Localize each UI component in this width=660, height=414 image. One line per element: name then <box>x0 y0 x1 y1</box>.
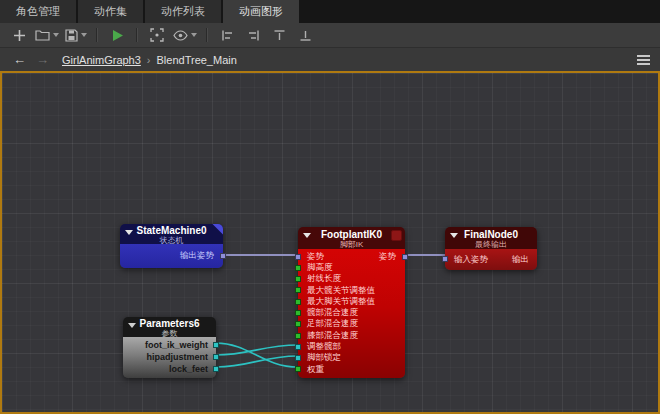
footplantik-input-row: 射线长度 <box>298 274 405 285</box>
play-button[interactable] <box>107 25 127 45</box>
footplantik-input-row: 最大脚关节调整值 <box>298 296 405 307</box>
input-label: 调整髋部 <box>307 341 341 353</box>
node-title: FootplantIK0 <box>298 229 405 240</box>
open-folder-caret-icon <box>53 33 59 37</box>
footplantik-input-row: 膝部混合速度 <box>298 330 405 341</box>
output-pose-pin[interactable] <box>220 253 226 259</box>
input-label: 射线长度 <box>307 273 341 285</box>
collapse-triangle-icon[interactable] <box>125 230 133 235</box>
tab-3[interactable]: 动作列表 <box>145 0 221 23</box>
tab-bar: 角色管理动作集动作列表动画图形 <box>0 0 660 23</box>
input-pin-cyan[interactable] <box>295 355 301 361</box>
align-top-button[interactable] <box>269 25 289 45</box>
align-left-button[interactable] <box>217 25 237 45</box>
node-title: FinalNode0 <box>445 229 537 240</box>
wire-footikweight-to-weight <box>216 343 298 367</box>
parameter-output-row: foot_ik_weight <box>123 339 216 351</box>
input-label: 足部混合速度 <box>307 318 358 330</box>
tab-1[interactable]: 角色管理 <box>0 0 76 23</box>
footplantik-input-row: 最大髋关节调整值 <box>298 285 405 296</box>
input-pin-green[interactable] <box>295 310 301 316</box>
node-finalnode0[interactable]: FinalNode0 最终输出 输入姿势 输出 <box>445 227 537 270</box>
input-label: 髋部混合速度 <box>307 307 358 319</box>
toolbar-separator <box>136 28 138 42</box>
graph-canvas[interactable]: StateMachine0 状态机 输出姿势 FootplantIK0 脚部IK… <box>0 71 660 414</box>
input-label: 最大脚关节调整值 <box>307 296 375 308</box>
nav-forward-button[interactable]: → <box>36 52 49 67</box>
save-button[interactable] <box>65 25 87 45</box>
node-title: Parameters6 <box>123 318 216 329</box>
input-pin-green[interactable] <box>295 321 301 327</box>
parameter-label: lock_feet <box>169 364 208 374</box>
footplantik-input-row: 脚部锁定 <box>298 353 405 364</box>
input-pin-green[interactable] <box>295 333 301 339</box>
parameter-output-row: hipadjustment <box>123 351 216 363</box>
node-footplantik0-body: 姿势 姿势 脚高度射线长度最大髋关节调整值最大脚关节调整值髋部混合速度足部混合速… <box>298 249 405 378</box>
output-label: 输出 <box>512 254 529 266</box>
footplantik-input-row: 足部混合速度 <box>298 319 405 330</box>
input-pin-green[interactable] <box>295 366 301 372</box>
input-pin-green[interactable] <box>295 299 301 305</box>
visibility-button[interactable] <box>173 25 197 45</box>
wire-lockfeet-to-footlock <box>216 356 298 367</box>
pose-row: 姿势 姿势 <box>298 251 405 262</box>
input-label: 脚部锁定 <box>307 352 341 364</box>
tab-4[interactable]: 动画图形 <box>223 0 299 23</box>
frame-selection-button[interactable] <box>147 25 167 45</box>
input-pin-green[interactable] <box>295 276 301 282</box>
animation-editor-window: 角色管理动作集动作列表动画图形 <box>0 0 660 414</box>
breadcrumb-root-link[interactable]: GirlAnimGraph3 <box>62 54 141 66</box>
output-pin-cyan[interactable] <box>213 354 219 360</box>
output-pose-label: 姿势 <box>379 251 396 263</box>
input-pin-green[interactable] <box>295 287 301 293</box>
footplantik-input-row: 调整髋部 <box>298 341 405 352</box>
node-subtitle: 最终输出 <box>445 240 537 249</box>
input-pin-green[interactable] <box>295 265 301 271</box>
node-title: StateMachine0 <box>120 225 223 236</box>
input-pose-label: 输入姿势 <box>454 254 488 266</box>
node-finalnode0-header[interactable]: FinalNode0 最终输出 <box>445 227 537 249</box>
footplantik-input-row: 髋部混合速度 <box>298 307 405 318</box>
node-footplantik0[interactable]: FootplantIK0 脚部IK 姿势 姿势 脚高度射线长度最大髋关节调整值最… <box>298 227 405 378</box>
parameter-label: hipadjustment <box>146 352 208 362</box>
tab-2[interactable]: 动作集 <box>78 0 143 23</box>
align-right-button[interactable] <box>243 25 263 45</box>
collapse-triangle-icon[interactable] <box>450 233 458 238</box>
node-subtitle: 脚部IK <box>298 240 405 249</box>
output-pin-cyan[interactable] <box>213 342 219 348</box>
input-pose-pin[interactable] <box>295 254 301 260</box>
nav-back-button[interactable]: ← <box>13 52 26 67</box>
breadcrumb-current: BlendTree_Main <box>157 54 237 66</box>
wire-hipadjustment-to-adjusthip <box>216 345 298 355</box>
collapse-triangle-icon[interactable] <box>303 233 311 238</box>
input-pose-label: 姿势 <box>307 251 324 263</box>
collapse-triangle-icon[interactable] <box>128 323 136 328</box>
footplantik-input-row: 脚高度 <box>298 262 405 273</box>
input-label: 最大髋关节调整值 <box>307 285 375 297</box>
align-bottom-button[interactable] <box>295 25 315 45</box>
input-pose-pin[interactable] <box>442 256 448 262</box>
input-pin-cyan[interactable] <box>295 344 301 350</box>
node-badge-icon <box>391 230 402 241</box>
parameter-label: foot_ik_weight <box>145 340 208 350</box>
node-statemachine0-body: 输出姿势 <box>120 244 223 268</box>
input-label: 膝部混合速度 <box>307 330 358 342</box>
output-pose-label: 输出姿势 <box>180 250 214 262</box>
input-label: 脚高度 <box>307 262 333 274</box>
add-node-button[interactable] <box>9 25 29 45</box>
breadcrumb-separator: › <box>147 54 151 66</box>
node-parameters6-body: foot_ik_weighthipadjustmentlock_feet <box>123 337 216 378</box>
node-parameters6-header[interactable]: Parameters6 参数 <box>123 317 216 337</box>
output-pin-cyan[interactable] <box>213 366 219 372</box>
output-pose-pin[interactable] <box>402 254 408 260</box>
node-parameters6[interactable]: Parameters6 参数 foot_ik_weighthipadjustme… <box>123 317 216 378</box>
node-statemachine0-header[interactable]: StateMachine0 状态机 <box>120 224 223 244</box>
save-caret-icon <box>81 33 87 37</box>
toolbar-separator <box>206 28 208 42</box>
graph-list-menu-button[interactable] <box>637 55 650 65</box>
footplantik-input-row: 权重 <box>298 364 405 375</box>
open-folder-button[interactable] <box>35 25 59 45</box>
node-footplantik0-header[interactable]: FootplantIK0 脚部IK <box>298 227 405 249</box>
node-statemachine0[interactable]: StateMachine0 状态机 输出姿势 <box>120 224 223 268</box>
toolbar-separator <box>96 28 98 42</box>
